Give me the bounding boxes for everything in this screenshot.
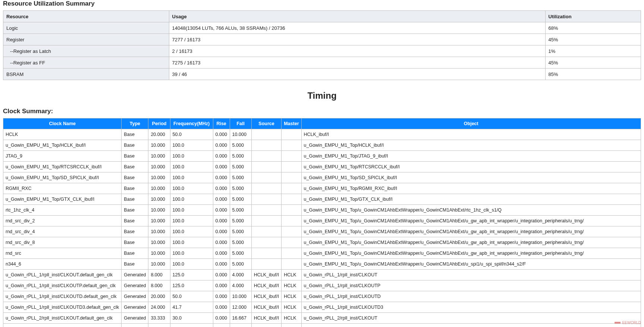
- cell-object: u_Gowin_EMPU_M1_Top/RTCSRCCLK_ibuf/I: [301, 162, 641, 172]
- cell-master: [282, 216, 301, 226]
- cell-clock-name: rnd_src_div_2: [3, 216, 122, 226]
- table-row: JTAG_9Base10.000100.00.0005.000u_Gowin_E…: [3, 151, 641, 162]
- cell-type: Base: [122, 205, 148, 216]
- clock-summary-title: Clock Summary:: [3, 108, 641, 115]
- table-row: u_Gowin_rPLL_1/rpll_inst/CLKOUTP.default…: [3, 280, 641, 291]
- cell-master: HCLK: [282, 270, 301, 280]
- table-row: rtc_1hz_clk_4Base10.000100.00.0005.000u_…: [3, 205, 641, 216]
- cell-source: [251, 162, 281, 172]
- cell-frequency: 100.0: [170, 194, 213, 205]
- cell-master: [282, 259, 301, 270]
- col-header-utilization: Utilization: [545, 11, 641, 22]
- cell-object: u_Gowin_EMPU_M1_Top/JTAG_9_ibuf/I: [301, 151, 641, 162]
- cell-fall: 16.667: [230, 313, 251, 324]
- cell-object: u_Gowin_rPLL_1/rpll_inst/CLKOUTP: [301, 280, 641, 291]
- cell-source: [251, 226, 281, 237]
- cell-type: Base: [122, 140, 148, 151]
- cell-rise: 0.000: [213, 259, 230, 270]
- cell-type: Generated: [122, 291, 148, 302]
- cell-source: HCLK_ibuf/I: [251, 280, 281, 291]
- cell-frequency: 100.0: [170, 216, 213, 226]
- cell-clock-name: rtc_1hz_clk_4: [3, 205, 122, 216]
- cell-fall: 5.000: [230, 172, 251, 183]
- cell-master: HCLK: [282, 313, 301, 324]
- cell-usage: 39 / 46: [169, 69, 545, 80]
- col-header-master: Master: [282, 118, 301, 129]
- cell-rise: 0.000: [213, 270, 230, 280]
- table-row: --Register as FF7275 / 1617345%: [3, 57, 641, 69]
- cell-period: 10.000: [148, 172, 170, 183]
- cell-usage: 14048(13054 LUTs, 766 ALUs, 38 SSRAMs) /…: [169, 22, 545, 34]
- cell-rise: 0.000: [213, 313, 230, 324]
- cell-source: [251, 129, 281, 140]
- cell-rise: 0.000: [213, 151, 230, 162]
- cell-frequency: 125.0: [170, 280, 213, 291]
- cell-master: [282, 226, 301, 237]
- cell-source: [251, 237, 281, 248]
- table-row: --Register as Latch2 / 161731%: [3, 45, 641, 57]
- cell-period: 10.000: [148, 151, 170, 162]
- cell-clock-name: u_Gowin_rPLL_1/rpll_inst/CLKOUTD3.defaul…: [3, 302, 122, 313]
- cell-frequency: 100.0: [170, 259, 213, 270]
- cell-rise: 0.000: [213, 324, 230, 327]
- cell-object: u_Gowin_EMPU_M1_Top/SD_SPICLK_ibuf/I: [301, 172, 641, 183]
- cell-master: HCLK: [282, 324, 301, 327]
- cell-object: u_Gowin_EMPU_M1_Top/GTX_CLK_ibuf/I: [301, 194, 641, 205]
- cell-period: 10.000: [148, 216, 170, 226]
- cell-clock-name: rnd_src_div_4: [3, 226, 122, 237]
- table-row: Logic14048(13054 LUTs, 766 ALUs, 38 SSRA…: [3, 22, 641, 34]
- cell-fall: 5.000: [230, 216, 251, 226]
- cell-fall: 5.000: [230, 151, 251, 162]
- cell-source: [251, 205, 281, 216]
- cell-master: [282, 172, 301, 183]
- cell-fall: 5.000: [230, 237, 251, 248]
- table-row: HCLKBase20.00050.00.00010.000HCLK_ibuf/I: [3, 129, 641, 140]
- cell-object: u_Gowin_EMPU_M1_Top/u_GowinCM1AhbExtWrap…: [301, 226, 641, 237]
- col-header-type: Type: [122, 118, 148, 129]
- cell-clock-name: rnd_src_div_8: [3, 237, 122, 248]
- col-header-source: Source: [251, 118, 281, 129]
- cell-fall: 5.000: [230, 183, 251, 194]
- table-header-row: Resource Usage Utilization: [3, 11, 641, 22]
- cell-source: [251, 216, 281, 226]
- cell-type: Generated: [122, 302, 148, 313]
- cell-type: Base: [122, 248, 148, 259]
- cell-frequency: 30.0: [170, 324, 213, 327]
- cell-resource: Register: [3, 34, 169, 45]
- timing-title: Timing: [3, 91, 641, 101]
- cell-period: 10.000: [148, 248, 170, 259]
- col-header-rise: Rise: [213, 118, 230, 129]
- cell-period: 10.000: [148, 237, 170, 248]
- cell-resource: --Register as Latch: [3, 45, 169, 57]
- cell-fall: 5.000: [230, 248, 251, 259]
- cell-resource: --Register as FF: [3, 57, 169, 69]
- table-row: rnd_src_div_8Base10.000100.00.0005.000u_…: [3, 237, 641, 248]
- cell-object: u_Gowin_rPLL_1/rpll_inst/CLKOUTD: [301, 291, 641, 302]
- cell-type: Base: [122, 237, 148, 248]
- col-header-resource: Resource: [3, 11, 169, 22]
- cell-source: [251, 172, 281, 183]
- cell-source: [251, 183, 281, 194]
- cell-rise: 0.000: [213, 183, 230, 194]
- cell-frequency: 100.0: [170, 226, 213, 237]
- cell-rise: 0.000: [213, 280, 230, 291]
- cell-source: [251, 259, 281, 270]
- table-row: rnd_src_div_4Base10.000100.00.0005.000u_…: [3, 226, 641, 237]
- cell-period: 20.000: [148, 291, 170, 302]
- cell-period: 20.000: [148, 129, 170, 140]
- cell-object: u_Gowin_rPLL_2/rpll_inst/CLKOUT: [301, 313, 641, 324]
- cell-fall: 4.000: [230, 270, 251, 280]
- cell-period: 10.000: [148, 183, 170, 194]
- cell-rise: 0.000: [213, 162, 230, 172]
- cell-rise: 0.000: [213, 140, 230, 151]
- cell-utilization: 85%: [545, 69, 641, 80]
- cell-fall: 5.000: [230, 226, 251, 237]
- col-header-object: Object: [301, 118, 641, 129]
- cell-master: [282, 129, 301, 140]
- cell-type: Base: [122, 151, 148, 162]
- cell-clock-name: u_Gowin_EMPU_M1_Top/SD_SPICLK_ibuf/I: [3, 172, 122, 183]
- cell-clock-name: n344_6: [3, 259, 122, 270]
- cell-frequency: 30.0: [170, 313, 213, 324]
- col-header-fall: Fall: [230, 118, 251, 129]
- cell-object: HCLK_ibuf/I: [301, 129, 641, 140]
